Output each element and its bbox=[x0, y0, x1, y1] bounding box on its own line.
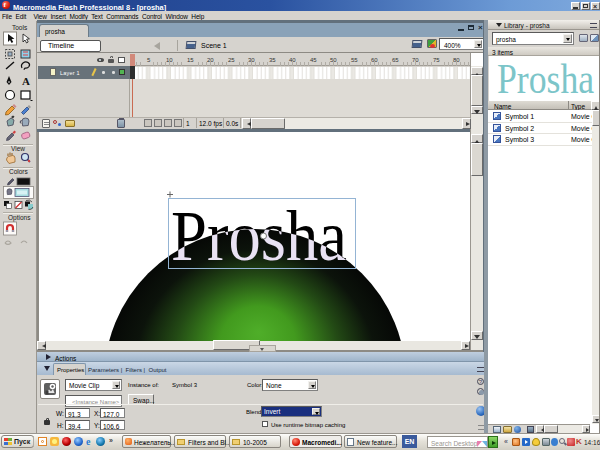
svg-text:Prosha: Prosha bbox=[497, 56, 594, 101]
svg-text:Colors: Colors bbox=[9, 168, 29, 175]
svg-text:View: View bbox=[11, 145, 25, 152]
svg-text:A: A bbox=[22, 75, 30, 87]
svg-text:Options: Options bbox=[8, 214, 31, 222]
svg-text:Tools: Tools bbox=[12, 24, 28, 31]
